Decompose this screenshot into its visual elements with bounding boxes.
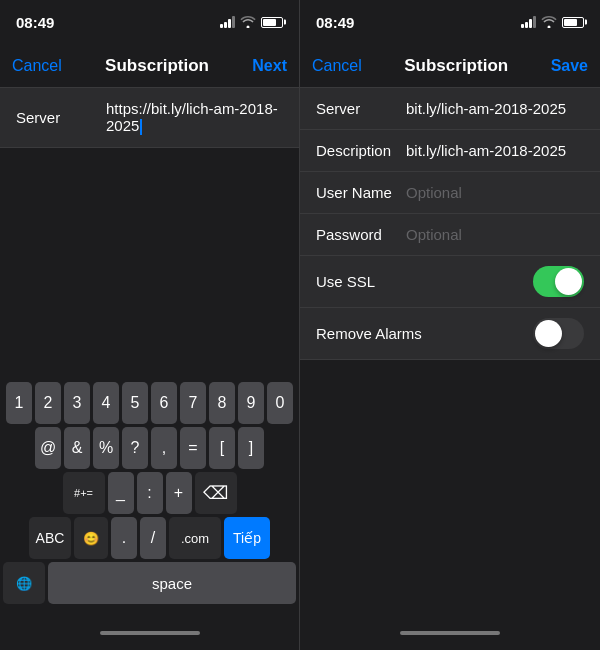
right-username-label: User Name xyxy=(316,184,406,201)
right-save-button[interactable]: Save xyxy=(551,57,588,75)
key-equals[interactable]: = xyxy=(180,427,206,469)
right-description-value[interactable]: bit.ly/lich-am-2018-2025 xyxy=(406,142,584,159)
right-usessl-row: Use SSL xyxy=(300,256,600,308)
right-panel: 08:49 Cancel Subscription Save xyxy=(300,0,600,650)
left-nav-title: Subscription xyxy=(105,56,209,76)
globe-key[interactable]: 🌐 xyxy=(3,562,45,604)
wifi-icon xyxy=(240,16,256,28)
left-home-indicator xyxy=(100,631,200,635)
toggle-thumb-ssl xyxy=(555,268,582,295)
key-lbracket[interactable]: [ xyxy=(209,427,235,469)
keyboard-row-4: ABC 😊 . / .com Tiếp xyxy=(3,517,296,559)
key-rbracket[interactable]: ] xyxy=(238,427,264,469)
battery-icon xyxy=(261,17,283,28)
key-4[interactable]: 4 xyxy=(93,382,119,424)
left-spacer xyxy=(0,148,299,378)
right-description-label: Description xyxy=(316,142,406,159)
key-underscore[interactable]: _ xyxy=(108,472,134,514)
left-status-icons xyxy=(220,16,283,28)
right-password-input[interactable]: Optional xyxy=(406,226,462,243)
right-home-indicator xyxy=(400,631,500,635)
right-server-row: Server bit.ly/lich-am-2018-2025 xyxy=(300,88,600,130)
keyboard: 1 2 3 4 5 6 7 8 9 0 @ & % ? , = [ ] #+= … xyxy=(0,378,299,616)
keyboard-row-3: #+= _ : + ⌫ xyxy=(3,472,296,514)
key-plus[interactable]: + xyxy=(166,472,192,514)
right-removealarms-label: Remove Alarms xyxy=(316,325,533,342)
key-question[interactable]: ? xyxy=(122,427,148,469)
key-9[interactable]: 9 xyxy=(238,382,264,424)
key-abc[interactable]: ABC xyxy=(29,517,71,559)
right-usessl-toggle[interactable] xyxy=(533,266,584,297)
right-spacer xyxy=(300,360,600,616)
right-nav-bar: Cancel Subscription Save xyxy=(300,44,600,88)
left-bottom-bar xyxy=(0,616,299,650)
key-1[interactable]: 1 xyxy=(6,382,32,424)
key-dot[interactable]: . xyxy=(111,517,137,559)
key-2[interactable]: 2 xyxy=(35,382,61,424)
right-username-input[interactable]: Optional xyxy=(406,184,462,201)
right-bottom-bar xyxy=(300,616,600,650)
key-6[interactable]: 6 xyxy=(151,382,177,424)
keyboard-row-5: 🌐 space xyxy=(3,562,296,604)
key-5[interactable]: 5 xyxy=(122,382,148,424)
key-0[interactable]: 0 xyxy=(267,382,293,424)
left-status-bar: 08:49 xyxy=(0,0,299,44)
key-dotcom[interactable]: .com xyxy=(169,517,221,559)
right-form: Server bit.ly/lich-am-2018-2025 Descript… xyxy=(300,88,600,360)
right-server-value[interactable]: bit.ly/lich-am-2018-2025 xyxy=(406,100,584,117)
right-username-row: User Name Optional xyxy=(300,172,600,214)
left-server-label: Server xyxy=(16,109,106,126)
key-percent[interactable]: % xyxy=(93,427,119,469)
right-description-row: Description bit.ly/lich-am-2018-2025 xyxy=(300,130,600,172)
right-wifi-icon xyxy=(541,16,557,28)
right-status-bar: 08:49 xyxy=(300,0,600,44)
key-7[interactable]: 7 xyxy=(180,382,206,424)
right-signal-icon xyxy=(521,16,536,28)
key-comma[interactable]: , xyxy=(151,427,177,469)
backspace-key[interactable]: ⌫ xyxy=(195,472,237,514)
left-server-row: Server https://bit.ly/lich-am-2018-2025 xyxy=(0,88,299,148)
left-cancel-button[interactable]: Cancel xyxy=(12,57,62,75)
right-usessl-label: Use SSL xyxy=(316,273,533,290)
left-server-text: https://bit.ly/lich-am-2018-2025 xyxy=(106,100,278,134)
key-emoji[interactable]: 😊 xyxy=(74,517,108,559)
key-hashplusEquals[interactable]: #+= xyxy=(63,472,105,514)
key-8[interactable]: 8 xyxy=(209,382,235,424)
right-nav-title: Subscription xyxy=(404,56,508,76)
right-status-time: 08:49 xyxy=(316,14,354,31)
keyboard-row-1: 1 2 3 4 5 6 7 8 9 0 xyxy=(3,382,296,424)
right-cancel-button[interactable]: Cancel xyxy=(312,57,362,75)
toggle-thumb-alarms xyxy=(535,320,562,347)
left-panel: 08:49 Cancel Subscription Next Serve xyxy=(0,0,300,650)
keyboard-row-2: @ & % ? , = [ ] xyxy=(3,427,296,469)
key-at[interactable]: @ xyxy=(35,427,61,469)
right-removealarms-row: Remove Alarms xyxy=(300,308,600,360)
right-status-icons xyxy=(521,16,584,28)
key-slash[interactable]: / xyxy=(140,517,166,559)
left-next-button[interactable]: Next xyxy=(252,57,287,75)
key-3[interactable]: 3 xyxy=(64,382,90,424)
key-amp[interactable]: & xyxy=(64,427,90,469)
right-password-row: Password Optional xyxy=(300,214,600,256)
left-nav-bar: Cancel Subscription Next xyxy=(0,44,299,88)
right-password-label: Password xyxy=(316,226,406,243)
space-key[interactable]: space xyxy=(48,562,296,604)
left-form: Server https://bit.ly/lich-am-2018-2025 xyxy=(0,88,299,148)
text-cursor xyxy=(140,119,142,135)
left-server-value[interactable]: https://bit.ly/lich-am-2018-2025 xyxy=(106,100,283,135)
key-return[interactable]: Tiếp xyxy=(224,517,270,559)
right-battery-icon xyxy=(562,17,584,28)
signal-icon xyxy=(220,16,235,28)
right-server-label: Server xyxy=(316,100,406,117)
left-status-time: 08:49 xyxy=(16,14,54,31)
key-colon[interactable]: : xyxy=(137,472,163,514)
right-removealarms-toggle[interactable] xyxy=(533,318,584,349)
